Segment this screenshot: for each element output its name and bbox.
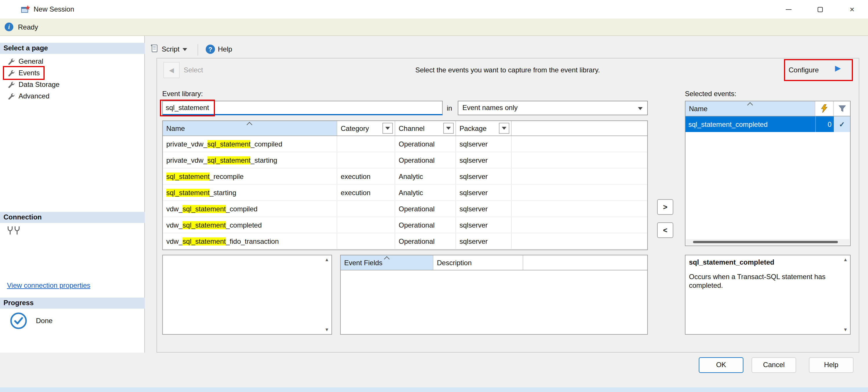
sidebar-item-label: Events xyxy=(19,69,40,77)
event-category xyxy=(337,233,395,249)
horizontal-scrollbar[interactable] xyxy=(686,239,849,245)
column-header-package-label: Package xyxy=(460,124,487,132)
selected-event-row[interactable]: sql_statement_completed0✓ xyxy=(685,117,850,132)
window-title: New Session xyxy=(34,5,74,13)
event-category xyxy=(337,152,395,168)
event-row[interactable]: vdw_sql_statement_fido_transactionOperat… xyxy=(163,233,647,250)
event-package: sqlserver xyxy=(456,217,512,233)
scroll-down-icon[interactable]: ▼ xyxy=(324,327,329,332)
event-category xyxy=(337,217,395,233)
event-name: private_vdw_sql_statement_starting xyxy=(163,152,337,168)
status-text: Ready xyxy=(18,23,38,31)
ok-button[interactable]: OK xyxy=(699,357,743,373)
column-header-filler xyxy=(512,121,647,135)
cancel-button[interactable]: Cancel xyxy=(751,357,796,373)
minimize-icon xyxy=(785,9,791,9)
app-icon xyxy=(21,5,30,14)
channel-filter-dropdown[interactable] xyxy=(443,123,454,134)
view-connection-properties-link[interactable]: View connection properties xyxy=(7,282,90,290)
scroll-up-icon[interactable]: ▲ xyxy=(843,257,848,262)
event-row-filler xyxy=(512,217,647,233)
column-header-description[interactable]: Description xyxy=(433,255,523,270)
configure-button[interactable]: Configure xyxy=(788,66,819,74)
column-header-category[interactable]: Category xyxy=(337,121,395,135)
move-right-button[interactable]: > xyxy=(657,199,673,215)
forward-arrow-icon[interactable]: ▶ xyxy=(835,64,841,72)
event-row[interactable]: private_vdw_sql_statement_compiledOperat… xyxy=(163,136,647,152)
chevron-down-icon xyxy=(446,127,451,130)
events-table: Name Category Channel Package private_vd… xyxy=(162,121,648,250)
select-back-button[interactable]: ◀ xyxy=(163,62,180,78)
close-button[interactable]: × xyxy=(836,0,868,19)
filter-icon[interactable] xyxy=(834,101,850,116)
selected-column-header-name[interactable]: Name xyxy=(685,101,815,116)
column-header-filler xyxy=(523,255,647,270)
sidebar-item-label: Data Storage xyxy=(19,80,59,89)
maximize-button[interactable] xyxy=(804,0,836,19)
event-package: sqlserver xyxy=(456,152,512,168)
event-row[interactable]: vdw_sql_statement_completedOperationalsq… xyxy=(163,217,647,233)
sidebar-item-events[interactable]: Events xyxy=(0,67,145,79)
maximize-icon xyxy=(817,7,823,12)
events-rows: private_vdw_sql_statement_compiledOperat… xyxy=(163,136,647,250)
event-row[interactable]: vdw_sql_statement_compiledOperationalsql… xyxy=(163,201,647,217)
wrench-icon xyxy=(7,92,15,100)
selected-event-count: 0 xyxy=(815,117,834,132)
select-label: Select xyxy=(184,66,203,74)
event-row[interactable]: private_vdw_sql_statement_startingOperat… xyxy=(163,152,647,168)
event-name: sql_statement_starting xyxy=(163,185,337,200)
column-header-package[interactable]: Package xyxy=(456,121,512,135)
bottom-strip xyxy=(0,387,868,392)
event-channel: Analytic xyxy=(395,168,456,184)
script-dropdown-icon[interactable] xyxy=(182,48,187,51)
chevron-down-icon xyxy=(502,127,506,130)
event-row-filler xyxy=(512,185,647,200)
chevron-down-icon xyxy=(638,107,643,110)
empty-detail-panel: ▲ ▼ xyxy=(162,255,332,335)
scrollbar-thumb[interactable] xyxy=(693,241,838,243)
category-filter-dropdown[interactable] xyxy=(382,123,393,134)
package-filter-dropdown[interactable] xyxy=(499,123,509,134)
search-scope-dropdown[interactable]: Event names only xyxy=(458,101,648,115)
help-button[interactable]: ? Help xyxy=(203,42,235,56)
selected-event-checkmark[interactable]: ✓ xyxy=(834,117,850,132)
sidebar-item-advanced[interactable]: Advanced xyxy=(0,90,145,102)
event-category xyxy=(337,136,395,152)
event-row[interactable]: sql_statement_startingexecutionAnalytics… xyxy=(163,185,647,201)
event-library-search-input[interactable] xyxy=(162,101,443,115)
sort-asc-icon xyxy=(383,256,390,262)
sidebar-item-general[interactable]: General xyxy=(0,56,145,67)
close-icon: × xyxy=(850,5,855,14)
script-label: Script xyxy=(162,45,179,53)
event-row-filler xyxy=(512,201,647,217)
sidebar-item-data-storage[interactable]: Data Storage xyxy=(0,79,145,90)
script-button[interactable]: Script xyxy=(147,42,190,56)
help-footer-button[interactable]: Help xyxy=(809,357,854,373)
sidebar: Select a page GeneralEventsData StorageA… xyxy=(0,36,145,353)
minimize-button[interactable] xyxy=(772,0,804,19)
event-row-filler xyxy=(512,152,647,168)
title-bar: New Session × xyxy=(0,0,868,19)
search-scope-value: Event names only xyxy=(462,104,518,112)
column-header-channel[interactable]: Channel xyxy=(395,121,456,135)
description-label: Description xyxy=(437,259,472,267)
lightning-icon[interactable] xyxy=(815,101,834,116)
description-title: sql_statement_completed xyxy=(689,258,774,266)
column-header-name[interactable]: Name xyxy=(163,121,337,135)
selected-events-label: Selected events: xyxy=(685,90,736,98)
event-fields-header: Event Fields Description xyxy=(341,255,647,270)
move-left-button[interactable]: < xyxy=(657,222,673,238)
sort-asc-icon xyxy=(247,122,252,128)
event-name: vdw_sql_statement_compiled xyxy=(163,201,337,217)
scroll-up-icon[interactable]: ▲ xyxy=(324,257,329,262)
sidebar-pages: GeneralEventsData StorageAdvanced xyxy=(0,56,145,102)
sort-asc-icon xyxy=(747,102,753,108)
event-package: sqlserver xyxy=(456,201,512,217)
event-row[interactable]: sql_statement_recompileexecutionAnalytic… xyxy=(163,168,647,185)
event-row-filler xyxy=(512,136,647,152)
scroll-down-icon[interactable]: ▼ xyxy=(843,327,848,332)
event-package: sqlserver xyxy=(456,168,512,184)
column-header-event-fields[interactable]: Event Fields xyxy=(341,255,433,270)
selected-rows: sql_statement_completed0✓ xyxy=(685,117,850,132)
event-package: sqlserver xyxy=(456,136,512,152)
